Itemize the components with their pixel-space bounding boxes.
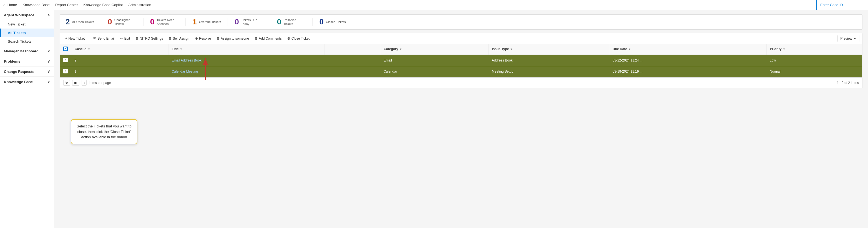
sidebar-header-agent-workspace[interactable]: Agent Workspace ∧ — [0, 10, 54, 20]
new-ticket-label: New Ticket — [68, 37, 85, 40]
preview-arrow-icon: ▼ — [853, 37, 857, 40]
self-assign-label: Self Assign — [173, 37, 189, 40]
stat-label-need-attention: Tickets Need Attention — [157, 18, 179, 26]
priority-cell: Low — [766, 55, 862, 66]
title-sort[interactable]: Title ▼ — [172, 47, 321, 51]
col-header-checkbox — [60, 44, 71, 55]
due-date-sort[interactable]: Due Date ▼ — [613, 47, 763, 51]
new-ticket-button[interactable]: + New Ticket — [63, 35, 87, 42]
stat-label-unassigned: Unassigned Tickets — [114, 18, 136, 26]
category-cell: Calendar — [380, 66, 489, 77]
priority-sort[interactable]: Priority ▼ — [770, 47, 859, 51]
stat-closed[interactable]: 0 Closed Tickets — [313, 18, 352, 26]
chevron-up-icon: ∧ — [47, 13, 50, 17]
title-label: Title — [172, 47, 179, 51]
stat-number-unassigned: 0 — [108, 18, 112, 26]
col-header-issue-type: Issue Type ▼ — [489, 44, 609, 55]
stat-number-all-open: 2 — [65, 18, 70, 26]
sidebar-header-problems[interactable]: Problems ∨ — [0, 56, 54, 66]
stat-need-attention[interactable]: 0 Tickets Need Attention — [144, 18, 186, 26]
table-footer: ↻ ⏮ ‹ items per page 1 - 2 of 2 items — [60, 78, 863, 88]
issue-type-label: Issue Type — [492, 47, 509, 51]
issue-type-sort[interactable]: Issue Type ▼ — [492, 47, 606, 51]
sidebar-section-change-requests: Change Requests ∨ — [0, 67, 54, 77]
stat-all-open[interactable]: 2 All Open Tickets — [65, 18, 101, 26]
sidebar-section-agent-workspace: Agent Workspace ∧ New Ticket All Tickets… — [0, 10, 54, 46]
sidebar-item-search-tickets[interactable]: Search Tickets — [0, 37, 54, 46]
back-button[interactable]: ‹ — [3, 3, 5, 7]
category-label: Category — [383, 47, 398, 51]
select-all-checkbox[interactable] — [63, 46, 68, 51]
priority-cell: Normal — [766, 66, 862, 77]
nav-kb-copilot[interactable]: Knowledge Base Copilot — [84, 1, 123, 9]
first-page-button[interactable]: ⏮ — [72, 80, 80, 86]
row-checkbox[interactable] — [63, 69, 68, 73]
assign-someone-button[interactable]: ⊕ Assign to someone — [214, 35, 251, 42]
sidebar-item-new-ticket[interactable]: New Ticket — [0, 20, 54, 29]
stat-label-all-open: All Open Tickets — [72, 20, 94, 24]
sidebar-header-knowledge-base[interactable]: Knowledge Base ∨ — [0, 77, 54, 87]
col-header-due-date: Due Date ▼ — [609, 44, 766, 55]
self-assign-button[interactable]: ⊕ Self Assign — [166, 35, 191, 42]
row-checkbox-cell — [60, 55, 71, 66]
stat-unassigned[interactable]: 0 Unassigned Tickets — [101, 18, 144, 26]
send-email-button[interactable]: ✉ Send Email — [91, 35, 117, 42]
stat-overdue[interactable]: 1 Overdue Tickets — [186, 18, 228, 26]
case-id-label: Case Id — [75, 47, 87, 51]
nitro-icon: ⊕ — [135, 36, 138, 40]
refresh-button[interactable]: ↻ — [63, 80, 70, 86]
category-sort[interactable]: Category ▼ — [383, 47, 485, 51]
title-cell: Email Address Book — [168, 55, 324, 66]
chevron-down-icon: ∨ — [47, 79, 50, 84]
self-assign-icon: ⊕ — [168, 36, 172, 40]
sidebar-header-manager-dashboard[interactable]: Manager Dashboard ∨ — [0, 46, 54, 56]
edit-button[interactable]: ✏ Edit — [118, 35, 133, 42]
case-id-search — [816, 0, 868, 10]
sidebar-section-label: Problems — [4, 59, 20, 64]
top-navigation: ‹ Home Knowledge Base Report Center Know… — [0, 0, 868, 10]
case-id-input[interactable] — [820, 3, 865, 7]
nav-knowledge-base[interactable]: Knowledge Base — [23, 1, 50, 9]
stat-number-overdue: 1 — [192, 18, 197, 26]
nav-administration[interactable]: Administration — [128, 1, 151, 9]
sidebar-section-label: Agent Workspace — [4, 13, 34, 17]
chevron-down-icon: ∨ — [47, 69, 50, 74]
ticket-title-link[interactable]: Calendar Meeting — [172, 70, 198, 73]
add-comments-button[interactable]: ⊕ Add Comments — [252, 35, 284, 42]
close-ticket-button[interactable]: ⊕ Close Ticket — [285, 35, 312, 42]
plus-icon: + — [65, 36, 67, 40]
table-row: 1 Calendar Meeting Calendar Meeting Setu… — [60, 66, 862, 77]
tickets-table-wrapper: Case Id ▼ Title ▼ — [60, 44, 863, 78]
case-id-sort[interactable]: Case Id ▼ — [75, 47, 165, 51]
edit-icon: ✏ — [120, 36, 123, 40]
sort-icon: ▼ — [180, 48, 182, 51]
sidebar-item-all-tickets[interactable]: All Tickets — [0, 29, 54, 37]
add-comments-icon: ⊕ — [254, 36, 257, 40]
resolve-icon: ⊕ — [195, 36, 198, 40]
preview-button[interactable]: Preview ▼ — [837, 35, 859, 42]
row-checkbox[interactable] — [63, 58, 68, 62]
stat-due-today[interactable]: 0 Tickets Due Today — [228, 18, 270, 26]
sort-icon: ▼ — [88, 48, 91, 51]
issue-type-cell: Meeting Setup — [489, 66, 609, 77]
stat-resolved[interactable]: 0 Resolved Tickets — [270, 18, 313, 26]
resolve-button[interactable]: ⊕ Resolve — [192, 35, 213, 42]
tooltip-text: Select the Tickets that you want to clos… — [76, 124, 131, 139]
table-header-row: Case Id ▼ Title ▼ — [60, 44, 862, 55]
spacer-cell — [325, 55, 380, 66]
nav-menu: Home Knowledge Base Report Center Knowle… — [7, 1, 151, 9]
assign-someone-label: Assign to someone — [221, 37, 249, 40]
chevron-down-icon: ∨ — [47, 49, 50, 53]
sidebar-header-change-requests[interactable]: Change Requests ∨ — [0, 67, 54, 76]
sort-icon: ▼ — [510, 48, 513, 51]
nitro-settings-button[interactable]: ⊕ NITRO Settings — [133, 35, 165, 42]
col-header-category: Category ▼ — [380, 44, 489, 55]
resolve-label: Resolve — [199, 37, 211, 40]
ticket-title-link[interactable]: Email Address Book — [172, 59, 201, 62]
stat-number-closed: 0 — [319, 18, 324, 26]
nav-home[interactable]: Home — [7, 1, 17, 9]
table-row: 2 Email Address Book Email Address Book … — [60, 55, 862, 66]
nav-report-center[interactable]: Report Center — [55, 1, 78, 9]
prev-page-button[interactable]: ‹ — [82, 80, 87, 86]
tooltip-overlay: Select the Tickets that you want to clos… — [71, 119, 137, 144]
